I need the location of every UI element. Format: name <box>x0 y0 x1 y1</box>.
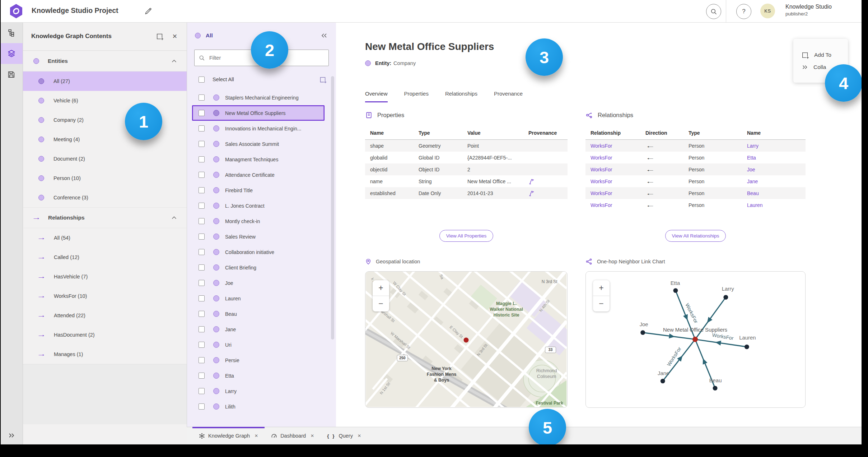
entity-list-item[interactable]: Persie <box>192 352 325 368</box>
relationship-link[interactable]: WorksFor <box>585 155 640 161</box>
related-entity-link[interactable]: Etta <box>742 155 806 161</box>
item-checkbox[interactable] <box>199 94 205 101</box>
entity-list-item[interactable]: Managment Techniques <box>192 152 325 167</box>
item-checkbox[interactable] <box>199 388 205 394</box>
item-checkbox[interactable] <box>199 295 205 301</box>
entities-section-header[interactable]: Entities <box>23 51 187 71</box>
entity-list-item[interactable]: New Metal Office Suppliers <box>192 105 325 121</box>
item-checkbox[interactable] <box>199 357 205 363</box>
entity-list-item[interactable]: Etta <box>192 368 325 383</box>
detail-tab[interactable]: Relationships <box>445 91 477 102</box>
app-logo-icon[interactable] <box>9 4 23 19</box>
item-checkbox[interactable] <box>199 187 205 193</box>
entity-list-item[interactable]: Lilith <box>192 399 325 414</box>
entity-type-item[interactable]: Document (2) <box>23 149 187 169</box>
item-checkbox[interactable] <box>199 125 205 131</box>
close-tab-icon[interactable]: ✕ <box>255 433 258 438</box>
entity-type-item[interactable]: Vehicle (6) <box>23 91 187 110</box>
item-checkbox[interactable] <box>199 249 205 255</box>
user-info[interactable]: Knowledge Studio publisher2 <box>785 3 832 17</box>
entity-type-item[interactable]: Conference (3) <box>23 188 187 207</box>
detail-tab[interactable]: Overview <box>365 91 388 102</box>
entity-list-item[interactable]: Beau <box>192 306 325 322</box>
item-checkbox[interactable] <box>199 110 205 116</box>
relationship-type-item[interactable]: → HasVehicle (7) <box>23 267 187 286</box>
item-checkbox[interactable] <box>199 280 205 286</box>
entity-list-item[interactable]: Joe <box>192 275 325 291</box>
relationship-type-item[interactable]: → Manages (1) <box>23 345 187 364</box>
entity-list-item[interactable]: Sales Review <box>192 229 325 244</box>
related-entity-link[interactable]: Jane <box>742 179 806 184</box>
add-to-map-icon[interactable] <box>156 32 164 40</box>
link-chart-card[interactable]: WorksForWorksForWorksForEttaLarryJoeLaur… <box>585 271 806 408</box>
entity-list-item[interactable]: L. Jones Contract <box>192 198 325 213</box>
add-to-button[interactable]: Add To <box>793 51 848 59</box>
entity-list-item[interactable]: Client Briefing <box>192 260 325 275</box>
zoom-in-button[interactable]: + <box>593 280 610 296</box>
detail-tab[interactable]: Provenance <box>494 91 523 102</box>
link-chart[interactable]: WorksForWorksForWorksForEttaLarryJoeLaur… <box>586 272 805 407</box>
entity-list-item[interactable]: Lauren <box>192 291 325 306</box>
item-checkbox[interactable] <box>199 311 205 317</box>
view-tab[interactable]: { } Query ✕ <box>321 427 368 444</box>
map-card[interactable]: k RdW Clay StSaarshall StW Marshall StE … <box>365 271 568 408</box>
avatar[interactable]: KS <box>760 4 775 18</box>
entity-list-item[interactable]: Montly check-in <box>192 213 325 229</box>
item-checkbox[interactable] <box>199 156 205 162</box>
entity-type-item[interactable]: All (27) <box>23 71 187 91</box>
layers-icon[interactable] <box>0 43 23 64</box>
detail-tab[interactable]: Properties <box>404 91 429 102</box>
relationship-type-item[interactable]: → Called (12) <box>23 248 187 267</box>
entity-list-item[interactable]: Firebird Title <box>192 183 325 198</box>
entity-type-item[interactable]: Meeting (4) <box>23 130 187 149</box>
relationship-link[interactable]: WorksFor <box>585 143 640 149</box>
relationship-type-item[interactable]: → HasDocument (2) <box>23 325 187 345</box>
zoom-out-button[interactable]: − <box>593 296 610 311</box>
relationship-type-item[interactable]: → All (54) <box>23 228 187 248</box>
search-button[interactable] <box>706 4 721 19</box>
related-entity-link[interactable]: Larry <box>742 143 806 149</box>
relationships-section-header[interactable]: → Relationships <box>23 207 187 228</box>
relationship-link[interactable]: WorksFor <box>585 167 640 172</box>
chevron-up-icon[interactable] <box>171 215 177 220</box>
entity-type-item[interactable]: Person (10) <box>23 169 187 188</box>
view-all-properties-button[interactable]: View All Properties <box>439 230 493 242</box>
view-all-relationships-button[interactable]: View All Relationships <box>665 230 726 242</box>
schema-icon[interactable] <box>0 22 23 43</box>
item-checkbox[interactable] <box>199 326 205 332</box>
related-entity-link[interactable]: Lauren <box>742 202 806 208</box>
item-checkbox[interactable] <box>199 403 205 410</box>
item-checkbox[interactable] <box>199 373 205 379</box>
close-tab-icon[interactable]: ✕ <box>311 433 314 438</box>
close-tab-icon[interactable]: ✕ <box>358 433 361 438</box>
entity-list-item[interactable]: Attendance Certificate <box>192 167 325 183</box>
map-marker[interactable] <box>464 338 469 343</box>
view-tab[interactable]: Dashboard ✕ <box>265 427 321 444</box>
item-checkbox[interactable] <box>199 172 205 178</box>
item-checkbox[interactable] <box>199 264 205 271</box>
entity-list-item[interactable]: Jane <box>192 322 325 337</box>
entity-list-item[interactable]: Sales Associate Summit <box>192 136 325 152</box>
provenance-flag-icon[interactable] <box>523 190 568 197</box>
related-entity-link[interactable]: Beau <box>742 190 806 196</box>
select-all-checkbox[interactable] <box>199 77 205 83</box>
item-checkbox[interactable] <box>199 342 205 348</box>
provenance-flag-icon[interactable] <box>523 178 568 185</box>
relationship-link[interactable]: WorksFor <box>585 202 640 208</box>
relationship-type-item[interactable]: → WorksFor (10) <box>23 286 187 306</box>
map[interactable]: k RdW Clay StSaarshall StW Marshall StE … <box>365 272 567 407</box>
edit-title-icon[interactable] <box>144 6 153 16</box>
entity-list-item[interactable]: Uri <box>192 337 325 352</box>
item-checkbox[interactable] <box>199 234 205 240</box>
list-scrollbar[interactable] <box>331 76 334 340</box>
help-button[interactable]: ? <box>736 4 751 19</box>
relationship-link[interactable]: WorksFor <box>585 190 640 196</box>
close-panel-icon[interactable]: ✕ <box>172 33 177 40</box>
relationship-link[interactable]: WorksFor <box>585 179 640 184</box>
related-entity-link[interactable]: Joe <box>742 167 806 172</box>
view-tab[interactable]: Knowledge Graph ✕ <box>192 427 265 444</box>
expand-rail-icon[interactable] <box>0 432 23 439</box>
zoom-in-button[interactable]: + <box>373 280 389 296</box>
entity-list-item[interactable]: Innovations in Mechanical Engin... <box>192 121 325 136</box>
chevron-up-icon[interactable] <box>171 59 177 64</box>
